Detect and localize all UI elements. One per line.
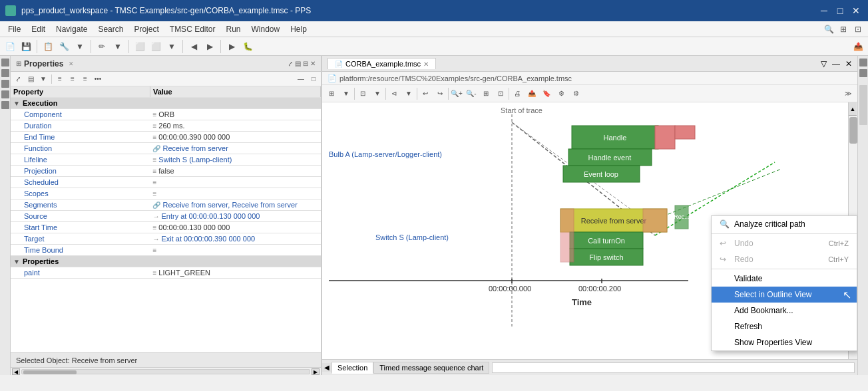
table-row[interactable]: Lifeline≡Switch S (Lamp-client) — [11, 154, 321, 166]
et-zoom-in[interactable]: 🔍+ — [450, 87, 463, 100]
menu-search[interactable]: Search — [93, 21, 128, 37]
et-zoom-sel[interactable]: ⊡ — [494, 87, 507, 100]
side-icon-4[interactable] — [1, 90, 9, 98]
et-print[interactable]: 🖨 — [511, 87, 524, 100]
et-drop-btn[interactable]: ▼ — [339, 87, 353, 100]
et-undo[interactable]: ↩ — [419, 87, 432, 100]
tab-min-btn[interactable]: — — [832, 59, 840, 68]
table-row[interactable]: paint≡LIGHT_GREEN — [11, 267, 321, 279]
btn7[interactable]: ⬜ — [148, 39, 163, 54]
et-btn1[interactable]: ⊲ — [387, 87, 401, 100]
fwd-btn[interactable]: ▶ — [202, 39, 217, 54]
side-icon-5[interactable] — [1, 101, 9, 109]
btn5[interactable]: ▼ — [110, 39, 125, 54]
panel-btn2[interactable]: ▤ — [295, 60, 301, 67]
tab-maximize-btn[interactable]: ▽ — [821, 59, 827, 68]
pt-btn6[interactable]: ••• — [92, 73, 104, 85]
table-row[interactable]: Start Time≡00:00:00.130 000 000 — [11, 222, 321, 233]
pt-filter[interactable]: ▼ — [37, 73, 49, 85]
table-row[interactable]: End Time≡00:00:00.390 000 000 — [11, 132, 321, 143]
menu-project[interactable]: Project — [128, 21, 164, 37]
side-icon-3[interactable] — [1, 80, 9, 88]
table-row[interactable]: Component≡ORB — [11, 109, 321, 120]
tab-close-icon[interactable]: ✕ — [423, 61, 429, 68]
pt-btn4[interactable]: ≡ — [67, 73, 79, 85]
ctx-refresh[interactable]: Refresh — [712, 319, 857, 334]
ctx-add-bookmark[interactable]: Add Bookmark... — [712, 303, 857, 319]
editor-tab[interactable]: 📄 CORBA_example.tmsc ✕ — [327, 58, 436, 69]
menu-window[interactable]: Window — [246, 21, 286, 37]
save-btn[interactable]: 💾 — [19, 39, 33, 54]
scroll-left-btn[interactable]: ◀ — [12, 368, 20, 375]
btn4[interactable]: ✏ — [95, 39, 109, 54]
ctx-analyze-critical-path[interactable]: 🔍 Analyze critical path — [712, 216, 857, 232]
menu-edit[interactable]: Edit — [26, 21, 51, 37]
table-row[interactable]: Scopes≡ — [11, 188, 321, 199]
panel-close-btn[interactable]: ⤤ ▤ ⊟ ✕ — [288, 60, 316, 67]
table-row[interactable]: Projection≡false — [11, 166, 321, 177]
side-icon-1[interactable] — [1, 59, 9, 66]
ctx-redo[interactable]: ↪ Redo Ctrl+Y — [712, 251, 857, 267]
panel-btn3[interactable]: ⊟ — [303, 60, 308, 67]
menu-tmsc-editor[interactable]: TMSC Editor — [164, 21, 221, 37]
run-btn[interactable]: ▶ — [224, 39, 239, 54]
tab-close-btn[interactable]: ✕ — [845, 59, 852, 68]
btn1[interactable]: 📋 — [41, 39, 55, 54]
menu-navigate[interactable]: Navigate — [51, 21, 93, 37]
et-mode-btn[interactable]: ⊞ — [325, 87, 338, 100]
et-zoom-fit[interactable]: ⊞ — [479, 87, 493, 100]
table-row[interactable]: Duration≡260 ms. — [11, 120, 321, 132]
et-settings[interactable]: ⚙ — [569, 87, 582, 100]
open-perspective[interactable]: 📤 — [851, 39, 865, 54]
et-btn2[interactable]: ▼ — [402, 87, 415, 100]
close-button[interactable]: ✕ — [849, 4, 863, 17]
et-export[interactable]: 📤 — [525, 87, 539, 100]
btn3[interactable]: ▼ — [73, 39, 87, 54]
et-filter[interactable]: ⚙ — [554, 87, 568, 100]
menu-help[interactable]: Help — [285, 21, 312, 37]
back-btn[interactable]: ◀ — [186, 39, 201, 54]
pt-btn1[interactable]: ⤤ — [12, 73, 24, 85]
search-toolbar-btn[interactable]: 🔍 — [821, 22, 836, 37]
et-drop2[interactable]: ▼ — [371, 87, 384, 100]
ctx-show-properties[interactable]: Show Properties View — [712, 334, 857, 350]
ctx-undo[interactable]: ↩ Undo Ctrl+Z — [712, 235, 857, 251]
et-extra[interactable]: ≫ — [841, 87, 855, 100]
pt-btn2[interactable]: ▤ — [25, 73, 37, 85]
panel-btn4[interactable]: ✕ — [310, 60, 316, 67]
new-btn[interactable]: 📄 — [3, 39, 17, 54]
ctx-validate[interactable]: Validate — [712, 271, 857, 287]
debug-btn[interactable]: 🐛 — [240, 39, 255, 54]
table-row[interactable]: Function🔗Receive from server — [11, 143, 321, 154]
menu-run[interactable]: Run — [220, 21, 246, 37]
pt-btn3[interactable]: ≡ — [54, 73, 66, 85]
et-bookmark[interactable]: 🔖 — [540, 87, 553, 100]
scroll-tabs-left[interactable]: ◀ — [322, 363, 331, 372]
pt-btn5[interactable]: ≡ — [79, 73, 91, 85]
pt-collapse[interactable]: — — [295, 73, 307, 85]
table-row[interactable]: Target→Exit at 00:00:00.390 000 000 — [11, 233, 321, 245]
maximize-button[interactable]: □ — [833, 4, 847, 17]
table-row[interactable]: Segments🔗Receive from server, Receive fr… — [11, 199, 321, 211]
table-row[interactable]: Scheduled≡ — [11, 177, 321, 188]
right-icon-2[interactable] — [859, 69, 867, 77]
right-icon-1[interactable] — [859, 59, 867, 66]
h-scrollbar[interactable]: ◀ ▶ — [11, 367, 321, 375]
side-icon-2[interactable] — [1, 69, 9, 77]
v-scrollbar-thumb[interactable] — [849, 117, 857, 144]
toolbar-extra-btn[interactable]: ⊡ — [851, 22, 865, 37]
btn6[interactable]: ⬜ — [132, 39, 147, 54]
panel-btn1[interactable]: ⤤ — [288, 60, 293, 67]
minimize-button[interactable]: ─ — [817, 4, 831, 17]
diagram-area[interactable]: Start of trace Bulb A (Lamp-server/Logge… — [322, 102, 857, 359]
tab-timed-sequence[interactable]: Timed message sequence chart — [373, 362, 489, 374]
table-row[interactable]: Source→Entry at 00:00:00.130 000 000 — [11, 211, 321, 222]
table-row[interactable]: Time Bound≡ — [11, 245, 321, 256]
et-redo[interactable]: ↪ — [433, 87, 447, 100]
scroll-up-btn[interactable]: ▲ — [849, 102, 857, 116]
btn2[interactable]: 🔧 — [57, 39, 71, 54]
ctx-select-outline[interactable]: Select in Outline View ↖ — [712, 287, 857, 303]
et-select-btn[interactable]: ⊡ — [356, 87, 369, 100]
menu-file[interactable]: File — [3, 21, 26, 37]
scroll-right-btn[interactable]: ▶ — [312, 368, 320, 375]
